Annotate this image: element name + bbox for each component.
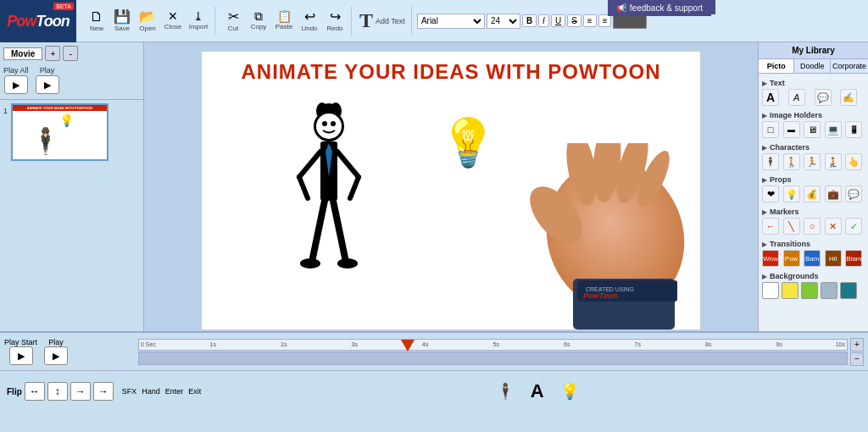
font-family-select[interactable]: Arial bbox=[417, 14, 485, 29]
text-a-icon[interactable]: A bbox=[525, 379, 550, 404]
trans-2[interactable]: Pow bbox=[783, 250, 800, 267]
paste-button[interactable]: 📋 Paste bbox=[272, 8, 296, 34]
redo-button[interactable]: ↪ Redo bbox=[323, 8, 347, 34]
text-icon-handwrite[interactable]: A bbox=[788, 89, 805, 106]
section-arrow-chars: ▶ bbox=[762, 144, 767, 152]
section-transitions[interactable]: ▶ Transitions bbox=[762, 238, 865, 250]
play-button[interactable]: ▶ bbox=[36, 75, 59, 94]
bg-white[interactable] bbox=[762, 282, 779, 299]
section-title-props: Props bbox=[770, 175, 792, 184]
char-stand[interactable]: 🕴 bbox=[762, 153, 779, 170]
timeline-track[interactable] bbox=[138, 352, 848, 365]
trans-5[interactable]: Blam bbox=[845, 250, 862, 267]
flip-arrow2-button[interactable]: → bbox=[93, 382, 114, 401]
char-walk[interactable]: 🚶 bbox=[783, 153, 800, 170]
marker-icons: ← ╲ ○ ✕ ✓ bbox=[762, 218, 865, 235]
tick-9s: 9s bbox=[776, 341, 782, 347]
section-markers[interactable]: ▶ Markers bbox=[762, 206, 865, 218]
holder-laptop[interactable]: 💻 bbox=[825, 121, 842, 138]
close-button[interactable]: ✕ Close bbox=[161, 8, 185, 34]
prop-money[interactable]: 💰 bbox=[804, 186, 821, 202]
section-props[interactable]: ▶ Props bbox=[762, 174, 865, 186]
tick-4s: 4s bbox=[422, 341, 428, 347]
text-icon-hand[interactable]: ✍ bbox=[840, 89, 857, 106]
play-all-button[interactable]: ▶ bbox=[4, 75, 28, 94]
section-text[interactable]: ▶ Text bbox=[762, 77, 865, 89]
tick-7s: 7s bbox=[635, 341, 641, 347]
character-icons: 🕴 🚶 🏃 🧎 👆 bbox=[762, 153, 865, 170]
align-center-button[interactable]: ≡ bbox=[598, 14, 612, 27]
prop-heart[interactable]: ❤ bbox=[762, 186, 779, 202]
canvas[interactable]: ANIMATE YOUR IDEAS WITH POWTOON bbox=[201, 51, 701, 330]
tick-2s: 2s bbox=[281, 341, 287, 347]
bg-green[interactable] bbox=[801, 282, 818, 299]
marker-check[interactable]: ✓ bbox=[845, 218, 862, 235]
prop-bubble[interactable]: 💬 bbox=[845, 186, 862, 202]
import-button[interactable]: ⤓ Import bbox=[186, 8, 210, 34]
slide-thumbnail[interactable]: ANIMATE YOUR IDEAS WITH POWTOON 🕴 💡 bbox=[11, 103, 108, 161]
tick-10s: 10s bbox=[836, 341, 845, 347]
bg-blue[interactable] bbox=[821, 282, 837, 299]
open-button[interactable]: 📂 Open bbox=[136, 8, 159, 34]
marker-slash[interactable]: ╲ bbox=[783, 218, 800, 235]
bg-yellow[interactable] bbox=[782, 282, 798, 299]
copy-button[interactable]: ⧉ Copy bbox=[247, 8, 270, 34]
left-panel: Movie + - Play All ▶ Play ▶ bbox=[0, 42, 144, 331]
feedback-overlay[interactable]: 📢 feedback & support bbox=[608, 0, 711, 16]
tab-doodle[interactable]: Doodle bbox=[794, 59, 830, 73]
undo-button[interactable]: ↩ Undo bbox=[298, 8, 321, 34]
underline-button[interactable]: U bbox=[551, 14, 565, 27]
timeline-scroll-up[interactable]: + bbox=[850, 338, 864, 352]
prop-case[interactable]: 💼 bbox=[825, 186, 842, 202]
flip-arrow1-button[interactable]: → bbox=[70, 382, 91, 401]
playhead[interactable] bbox=[401, 340, 415, 352]
holder-wide[interactable]: ▬ bbox=[783, 121, 800, 138]
strikethrough-button[interactable]: S bbox=[567, 14, 581, 27]
section-backgrounds[interactable]: ▶ Backgrounds bbox=[762, 270, 865, 282]
char-point[interactable]: 👆 bbox=[845, 153, 862, 170]
play-start-label: Play Start bbox=[4, 338, 37, 346]
hand-image: CREATED USING PowToon bbox=[505, 143, 700, 330]
add-text-button[interactable]: T Add Text bbox=[358, 8, 407, 34]
trans-1[interactable]: Wow bbox=[762, 250, 779, 267]
holder-mobile[interactable]: 📱 bbox=[845, 121, 862, 138]
align-left-button[interactable]: ≡ bbox=[583, 14, 597, 27]
stick-figure-icon[interactable]: 🕴 bbox=[492, 379, 518, 404]
cut-button[interactable]: ✂ Cut bbox=[221, 8, 245, 34]
timeline-play-button[interactable]: ▶ bbox=[44, 346, 68, 365]
marker-cross[interactable]: ✕ bbox=[825, 218, 842, 235]
bold-button[interactable]: B bbox=[522, 14, 537, 27]
flip-v-button[interactable]: ↕ bbox=[47, 382, 68, 401]
trans-4[interactable]: Hit bbox=[825, 250, 842, 267]
char-sit[interactable]: 🧎 bbox=[825, 153, 842, 170]
section-image-holders[interactable]: ▶ Image Holders bbox=[762, 109, 865, 121]
bg-teal[interactable] bbox=[840, 282, 857, 299]
section-characters[interactable]: ▶ Characters bbox=[762, 141, 865, 153]
lightbulb-bottom-icon[interactable]: 💡 bbox=[557, 379, 582, 404]
trans-3[interactable]: Bam bbox=[804, 250, 821, 267]
save-button[interactable]: 💾 Save bbox=[110, 8, 134, 34]
remove-slide-button[interactable]: - bbox=[63, 46, 78, 61]
italic-button[interactable]: I bbox=[538, 14, 549, 27]
tab-picto[interactable]: Picto bbox=[759, 59, 794, 73]
char-run[interactable]: 🏃 bbox=[804, 153, 821, 170]
tab-corporate[interactable]: Corporate bbox=[831, 59, 868, 73]
section-arrow-text: ▶ bbox=[762, 80, 767, 87]
background-swatches bbox=[762, 282, 865, 299]
flip-h-button[interactable]: ↔ bbox=[25, 382, 45, 401]
timeline-scroll-down[interactable]: − bbox=[850, 352, 864, 366]
new-button[interactable]: 🗋 New bbox=[85, 8, 108, 34]
holder-square[interactable]: □ bbox=[762, 121, 779, 138]
marker-arrow-left[interactable]: ← bbox=[762, 218, 779, 235]
prop-bulb[interactable]: 💡 bbox=[783, 186, 800, 202]
text-icon-a[interactable]: A bbox=[762, 89, 779, 106]
text-icon-bubble[interactable]: 💬 bbox=[815, 89, 832, 106]
play-start-button[interactable]: ▶ bbox=[9, 346, 33, 365]
holder-monitor[interactable]: 🖥 bbox=[804, 121, 821, 138]
marker-circle[interactable]: ○ bbox=[804, 218, 821, 235]
svg-point-4 bbox=[316, 114, 342, 139]
svg-point-16 bbox=[337, 258, 358, 269]
tick-6s: 6s bbox=[564, 341, 570, 347]
font-size-select[interactable]: 24 bbox=[487, 14, 520, 29]
add-slide-button[interactable]: + bbox=[45, 46, 60, 61]
